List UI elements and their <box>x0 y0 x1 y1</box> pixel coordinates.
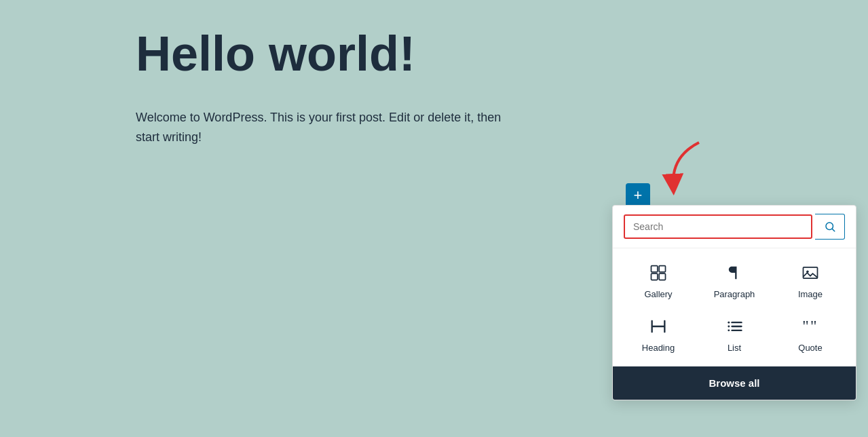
svg-rect-6 <box>659 273 665 280</box>
add-block-button[interactable]: + <box>626 183 650 208</box>
svg-point-1 <box>826 223 833 230</box>
heading-label: Heading <box>642 343 675 353</box>
block-inserter-popup: Gallery Paragraph Image <box>612 205 856 400</box>
post-body-line1: Welcome to WordPress. This is your first… <box>136 111 501 124</box>
block-item-list[interactable]: List <box>700 316 769 353</box>
search-row <box>613 206 856 248</box>
browse-all-button[interactable]: Browse all <box>613 366 856 400</box>
block-item-gallery[interactable]: Gallery <box>624 262 693 299</box>
svg-text:": " <box>810 317 817 335</box>
gallery-label: Gallery <box>644 289 672 299</box>
heading-icon <box>647 316 669 337</box>
svg-rect-4 <box>659 266 665 272</box>
post-body-line2: start writing! <box>136 130 202 144</box>
svg-rect-5 <box>652 273 658 280</box>
paragraph-label: Paragraph <box>714 289 755 299</box>
main-content: Hello world! Welcome to WordPress. This … <box>0 0 868 147</box>
quote-label: Quote <box>798 343 822 353</box>
image-label: Image <box>798 289 823 299</box>
search-input[interactable] <box>624 214 812 239</box>
svg-line-2 <box>832 229 834 231</box>
svg-text:": " <box>802 317 809 335</box>
list-icon <box>723 316 745 337</box>
block-item-quote[interactable]: " " Quote <box>776 316 845 353</box>
post-title: Hello world! <box>136 27 868 81</box>
post-body: Welcome to WordPress. This is your first… <box>136 108 543 147</box>
blocks-grid: Gallery Paragraph Image <box>613 248 856 366</box>
quote-icon: " " <box>799 316 821 337</box>
block-item-heading[interactable]: Heading <box>624 316 693 353</box>
search-icon <box>824 221 836 233</box>
image-icon <box>799 262 821 284</box>
block-item-paragraph[interactable]: Paragraph <box>700 262 769 299</box>
svg-rect-3 <box>652 266 658 272</box>
paragraph-icon <box>723 262 745 284</box>
gallery-icon <box>647 262 669 284</box>
list-label: List <box>728 343 741 353</box>
search-button[interactable] <box>815 214 845 240</box>
block-item-image[interactable]: Image <box>776 262 845 299</box>
